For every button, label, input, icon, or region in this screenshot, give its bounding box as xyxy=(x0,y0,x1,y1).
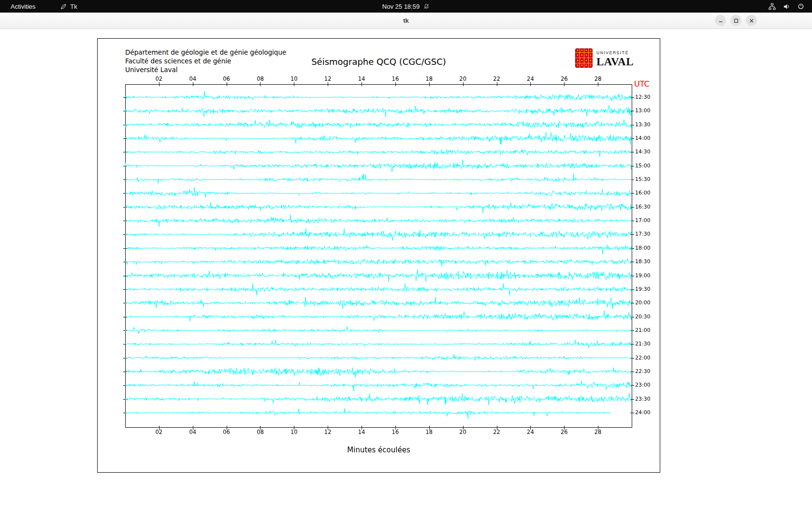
logo-laval-label: LAVAL xyxy=(596,56,634,67)
time-label: 13:30 xyxy=(635,121,651,128)
x-axis-bottom-labels: 0204060810121416182022242628 xyxy=(125,429,632,435)
x-tick-label: 08 xyxy=(253,429,267,435)
institution-line: Département de géologie et de génie géol… xyxy=(125,48,286,57)
x-tick-label: 06 xyxy=(220,429,233,435)
time-label: 19:00 xyxy=(635,272,651,279)
x-tick-label: 10 xyxy=(287,429,301,435)
laval-logo: UNIVERSITÉ LAVAL xyxy=(575,48,634,70)
time-label: 22:30 xyxy=(635,368,651,375)
time-label: 16:00 xyxy=(635,190,651,196)
tk-app-label: Tk xyxy=(70,3,77,10)
x-tick-label: 24 xyxy=(523,429,537,435)
seismograph-frame: Département de géologie et de génie géol… xyxy=(97,38,660,473)
plot-area xyxy=(125,84,632,427)
close-button[interactable] xyxy=(746,15,757,26)
window-controls xyxy=(715,15,757,26)
activities-button[interactable]: Activities xyxy=(7,2,39,11)
x-tick-label: 26 xyxy=(557,429,571,435)
x-tick-label: 20 xyxy=(456,429,470,435)
logo-universite-label: UNIVERSITÉ xyxy=(596,51,634,55)
time-label: 18:00 xyxy=(635,245,651,252)
x-tick-label: 14 xyxy=(355,429,368,435)
top-bar: Activities Tk Nov 25 18:59 xyxy=(0,0,812,13)
time-label: 22:00 xyxy=(635,355,651,361)
time-label: 21:00 xyxy=(635,327,651,334)
x-tick-label: 12 xyxy=(321,429,334,435)
seismograph-canvas xyxy=(122,81,635,430)
time-label: 17:30 xyxy=(635,231,651,238)
x-tick-label: 16 xyxy=(389,429,402,435)
volume-icon[interactable] xyxy=(783,3,790,10)
time-label: 13:00 xyxy=(635,107,651,114)
network-icon[interactable] xyxy=(768,3,776,10)
x-tick-label: 18 xyxy=(422,429,436,435)
system-tray[interactable] xyxy=(768,3,804,10)
time-label: 14:30 xyxy=(635,149,651,155)
bell-muted-icon xyxy=(423,3,430,10)
window-titlebar[interactable]: tk xyxy=(0,13,812,29)
x-tick-label: 28 xyxy=(591,429,605,435)
window-title: tk xyxy=(0,13,812,29)
power-icon[interactable] xyxy=(798,3,804,10)
time-label: 21:30 xyxy=(635,341,651,347)
time-label: 20:30 xyxy=(635,314,651,320)
laval-wordmark: UNIVERSITÉ LAVAL xyxy=(596,51,634,68)
x-tick-label: 04 xyxy=(186,429,200,435)
clock-menu[interactable]: Nov 25 18:59 xyxy=(382,3,430,10)
time-label: 19:30 xyxy=(635,286,651,293)
minimize-button[interactable] xyxy=(715,15,726,26)
time-label: 15:00 xyxy=(635,163,651,169)
clock-label: Nov 25 18:59 xyxy=(382,3,420,10)
tk-feather-icon xyxy=(60,3,67,10)
maximize-button[interactable] xyxy=(730,15,741,26)
laval-shield-icon xyxy=(575,48,593,70)
time-label: 24:00 xyxy=(635,409,651,416)
tk-window-content: Département de géologie et de génie géol… xyxy=(0,29,812,508)
time-label: 16:30 xyxy=(635,204,651,210)
x-tick-label: 02 xyxy=(152,429,166,435)
utc-label: UTC xyxy=(634,79,650,89)
time-label: 17:00 xyxy=(635,217,651,224)
time-label: 18:30 xyxy=(635,258,651,265)
x-tick-label: 22 xyxy=(490,429,504,435)
time-label: 15:30 xyxy=(635,176,651,183)
tk-app-indicator[interactable]: Tk xyxy=(60,3,77,10)
time-label: 23:30 xyxy=(635,396,651,403)
time-label: 14:00 xyxy=(635,135,651,142)
time-label: 20:00 xyxy=(635,299,651,306)
time-label: 23:00 xyxy=(635,382,651,388)
x-axis-title: Minutes écoulées xyxy=(98,446,660,454)
time-label: 12:30 xyxy=(635,94,651,101)
